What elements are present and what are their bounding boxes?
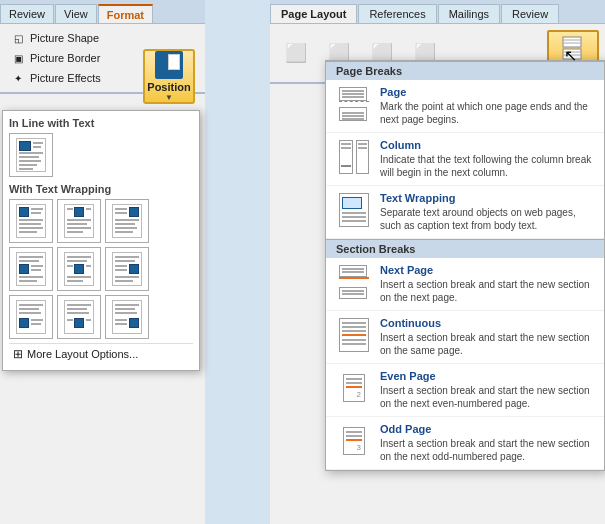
odd-page-icon-area: [336, 423, 372, 459]
wrap-option-mc[interactable]: [57, 247, 101, 291]
picture-border-label: Picture Border: [30, 52, 100, 64]
breaks-dropdown-panel: Page Breaks Page Mark the point at which…: [325, 60, 605, 471]
layout-icon: ⊞: [13, 347, 23, 361]
text-wrapping-break-desc: Separate text around objects on web page…: [380, 206, 594, 232]
tab-view[interactable]: View: [55, 4, 97, 23]
wrap-option-tr[interactable]: [105, 199, 149, 243]
breaks-icon: [559, 34, 587, 62]
page-break-title: Page: [380, 86, 594, 98]
wrap-doc-br: [112, 300, 142, 334]
picture-shape-row[interactable]: ◱ Picture Shape: [6, 28, 145, 48]
picture-shape-button[interactable]: ◱ Picture Shape: [6, 29, 103, 47]
odd-page-section-text: Odd Page Insert a section break and star…: [380, 423, 594, 463]
wrap-doc-bl: [16, 300, 46, 334]
left-tab-bar: Review View Format: [0, 0, 205, 24]
tab-references[interactable]: References: [358, 4, 436, 23]
section-breaks-header: Section Breaks: [326, 239, 604, 258]
left-panel: Review View Format ◱ Picture Shape ▣ Pic…: [0, 0, 205, 524]
wrap-option-tc[interactable]: [57, 199, 101, 243]
wrap-doc-mr: [112, 252, 142, 286]
page-break-icon-area: [336, 86, 372, 122]
even-page-section-icon: [339, 371, 369, 405]
wrap-section-label: With Text Wrapping: [9, 183, 193, 195]
wrap-doc-tc: [64, 204, 94, 238]
column-break-text: Column Indicate that the text following …: [380, 139, 594, 179]
rb1-icon: ⬜: [282, 39, 310, 67]
text-wrapping-break-title: Text Wrapping: [380, 192, 594, 204]
column-break-item[interactable]: Column Indicate that the text following …: [326, 133, 604, 186]
wrap-option-ml[interactable]: [9, 247, 53, 291]
wrap-doc-tl: [16, 204, 46, 238]
column-break-title: Column: [380, 139, 594, 151]
position-button[interactable]: Position ▼: [143, 49, 195, 104]
text-wrapping-icon-area: [336, 192, 372, 228]
tab-review[interactable]: Review: [0, 4, 54, 23]
picture-effects-label: Picture Effects: [30, 72, 101, 84]
picture-effects-row[interactable]: ✦ Picture Effects: [6, 68, 145, 88]
wrap-doc-bc: [64, 300, 94, 334]
picture-effects-button[interactable]: ✦ Picture Effects: [6, 69, 105, 87]
page-break-item[interactable]: Page Mark the point at which one page en…: [326, 80, 604, 133]
inline-section-label: In Line with Text: [9, 117, 193, 129]
even-page-section-text: Even Page Insert a section break and sta…: [380, 370, 594, 410]
odd-page-section-item[interactable]: Odd Page Insert a section break and star…: [326, 417, 604, 470]
continuous-section-title: Continuous: [380, 317, 594, 329]
next-page-section-item[interactable]: Next Page Insert a section break and sta…: [326, 258, 604, 311]
even-page-section-item[interactable]: Even Page Insert a section break and sta…: [326, 364, 604, 417]
tab-format[interactable]: Format: [98, 4, 153, 23]
wrap-doc-ml: [16, 252, 46, 286]
position-dropdown-arrow: ▼: [165, 93, 173, 102]
even-page-section-title: Even Page: [380, 370, 594, 382]
position-dropdown-panel: In Line with Text With: [2, 110, 200, 371]
tab-mailings[interactable]: Mailings: [438, 4, 500, 23]
inline-doc-icon: [16, 138, 46, 172]
tab-page-layout[interactable]: Page Layout: [270, 4, 357, 23]
page-break-icon: [339, 87, 369, 121]
wrap-option-bl[interactable]: [9, 295, 53, 339]
position-inline-option[interactable]: [9, 133, 53, 177]
continuous-section-icon: [339, 318, 369, 352]
column-break-desc: Indicate that the text following the col…: [380, 153, 594, 179]
ribbon-btn-1[interactable]: ⬜: [276, 36, 316, 70]
picture-border-icon: ▣: [10, 50, 26, 66]
position-icon: [155, 51, 183, 79]
even-page-icon-area: [336, 370, 372, 406]
svg-rect-0: [563, 37, 581, 47]
picture-border-button[interactable]: ▣ Picture Border: [6, 49, 104, 67]
even-page-section-desc: Insert a section break and start the new…: [380, 384, 594, 410]
column-break-icon: [339, 140, 369, 174]
position-label: Position: [147, 81, 190, 93]
next-page-section-text: Next Page Insert a section break and sta…: [380, 264, 594, 304]
wrap-doc-mc: [64, 252, 94, 286]
wrap-grid-row1: [9, 199, 193, 243]
picture-border-row[interactable]: ▣ Picture Border: [6, 48, 145, 68]
text-wrapping-break-icon: [339, 193, 369, 227]
inline-row: [9, 133, 193, 177]
wrap-option-bc[interactable]: [57, 295, 101, 339]
breaks-svg-icon: [560, 35, 586, 61]
more-layout-options-button[interactable]: ⊞ More Layout Options...: [9, 343, 193, 364]
right-panel: Page Layout References Mailings Review ⬜…: [270, 0, 605, 524]
wrap-option-br[interactable]: [105, 295, 149, 339]
page-break-desc: Mark the point at which one page ends an…: [380, 100, 594, 126]
wrap-grid-row3: [9, 295, 193, 339]
text-wrapping-break-item[interactable]: Text Wrapping Separate text around objec…: [326, 186, 604, 239]
inline-grid: [9, 133, 193, 177]
continuous-icon-area: [336, 317, 372, 353]
svg-rect-3: [563, 49, 581, 59]
continuous-section-item[interactable]: Continuous Insert a section break and st…: [326, 311, 604, 364]
odd-page-section-title: Odd Page: [380, 423, 594, 435]
next-page-section-desc: Insert a section break and start the new…: [380, 278, 594, 304]
page-breaks-header: Page Breaks: [326, 61, 604, 80]
wrap-option-tl[interactable]: [9, 199, 53, 243]
next-page-icon-area: [336, 264, 372, 300]
continuous-section-text: Continuous Insert a section break and st…: [380, 317, 594, 357]
picture-effects-icon: ✦: [10, 70, 26, 86]
wrap-grid-row2: [9, 247, 193, 291]
continuous-section-desc: Insert a section break and start the new…: [380, 331, 594, 357]
right-tab-bar: Page Layout References Mailings Review: [270, 0, 605, 24]
next-page-section-icon: [339, 265, 369, 299]
tab-review-right[interactable]: Review: [501, 4, 559, 23]
wrap-option-mr[interactable]: [105, 247, 149, 291]
odd-page-section-icon: [339, 424, 369, 458]
